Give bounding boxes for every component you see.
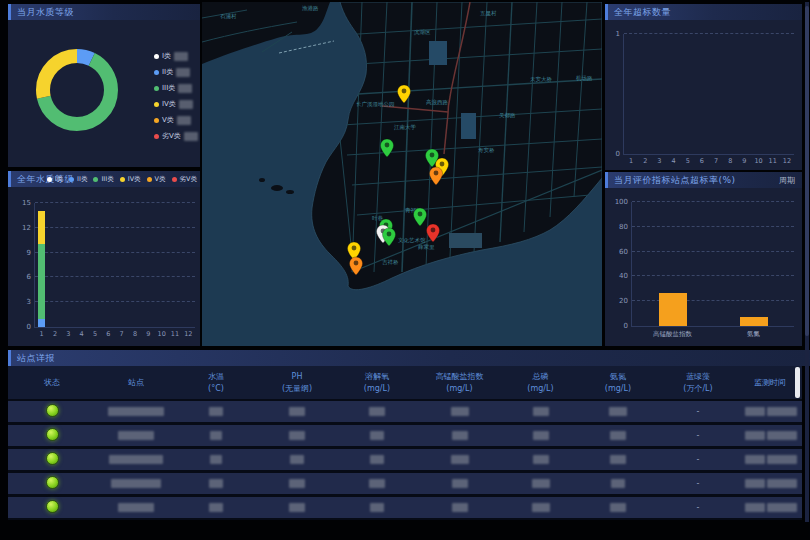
map-label: 寿安桥 bbox=[478, 147, 495, 153]
legend-dot-icon bbox=[154, 86, 159, 91]
page-scrollbar-thumb[interactable] bbox=[805, 6, 809, 336]
col-dissolved-oxygen: 溶解氧(mg/L) bbox=[338, 371, 416, 395]
dashboard: 当月水质等级 I类II类III类IV类V类劣V类 全年水质等级 I类II类III… bbox=[0, 0, 810, 540]
rate-bar-高锰酸盐指数[interactable] bbox=[659, 293, 687, 326]
legend-dot-icon bbox=[69, 177, 74, 182]
y-tick: 60 bbox=[610, 248, 628, 256]
bar-segment-IV类[interactable] bbox=[38, 211, 45, 244]
table-scrollbar-thumb[interactable] bbox=[795, 367, 800, 398]
y-tick: 100 bbox=[610, 198, 628, 206]
legend-item[interactable]: 劣V类 bbox=[172, 175, 197, 184]
y-tick: 1 bbox=[605, 30, 620, 38]
x-tick: 9 bbox=[737, 157, 751, 165]
x-tick: 8 bbox=[128, 330, 142, 338]
redacted-value bbox=[184, 132, 198, 141]
station-cell bbox=[96, 455, 176, 464]
map-canvas: 石浦村渔港路滨湖区五星村天安大桥机场路高浪西路长广溪湿地公园江南大学吴都路寿安桥… bbox=[202, 2, 602, 346]
legend-label: I类 bbox=[55, 175, 63, 184]
redacted-station bbox=[118, 431, 154, 440]
col-status: 状态 bbox=[8, 377, 96, 389]
legend-dot-icon bbox=[120, 177, 125, 182]
y-tick: 3 bbox=[13, 298, 31, 306]
redacted-value bbox=[174, 52, 188, 61]
gridline bbox=[632, 275, 794, 276]
redacted-value bbox=[370, 455, 384, 464]
bar-segment-III类[interactable] bbox=[38, 244, 45, 318]
time-cell bbox=[738, 431, 802, 440]
col-blue-green-algae: 蓝绿藻(万个/L) bbox=[658, 371, 738, 395]
legend-item[interactable]: IV类 bbox=[154, 99, 198, 109]
period-toggle[interactable]: 周期 bbox=[779, 175, 795, 186]
status-cell bbox=[8, 500, 96, 515]
value-cell bbox=[176, 407, 256, 416]
panel-title: 当月评价指标站点超标率(%) bbox=[614, 174, 736, 187]
legend-item[interactable]: II类 bbox=[154, 67, 198, 77]
legend-item[interactable]: II类 bbox=[69, 175, 87, 184]
redacted-value bbox=[369, 479, 385, 488]
map[interactable]: 石浦村渔港路滨湖区五星村天安大桥机场路高浪西路长广溪湿地公园江南大学吴都路寿安桥… bbox=[202, 2, 602, 346]
x-tick: 5 bbox=[681, 157, 695, 165]
legend-item[interactable]: I类 bbox=[154, 51, 198, 61]
redacted-time bbox=[745, 455, 765, 464]
value-cell bbox=[416, 455, 503, 464]
x-tick: 6 bbox=[101, 330, 115, 338]
redacted-time bbox=[745, 503, 765, 512]
table-row[interactable]: - bbox=[8, 449, 802, 470]
gridline bbox=[35, 276, 195, 277]
table-header-row: 状态站点水温(°C)PH(无量纲)溶解氧(mg/L)高锰酸盐指数(mg/L)总磷… bbox=[8, 366, 802, 399]
map-label: 文化艺术馆 bbox=[398, 237, 426, 244]
bar-legend: I类II类III类IV类V类劣V类 bbox=[47, 175, 197, 184]
x-tick: 2 bbox=[638, 157, 652, 165]
value-cell bbox=[578, 455, 658, 464]
redacted-value bbox=[179, 100, 193, 109]
legend-dot-icon bbox=[154, 134, 159, 139]
x-tick: 2 bbox=[48, 330, 62, 338]
station-table: 站点详报 状态站点水温(°C)PH(无量纲)溶解氧(mg/L)高锰酸盐指数(mg… bbox=[8, 350, 802, 520]
x-tick: 4 bbox=[75, 330, 89, 338]
algae-cell: - bbox=[658, 431, 738, 440]
legend-label: III类 bbox=[101, 175, 113, 184]
table-row[interactable]: - bbox=[8, 401, 802, 422]
legend-item[interactable]: V类 bbox=[147, 175, 166, 184]
x-tick: 10 bbox=[155, 330, 169, 338]
value-cell bbox=[503, 503, 578, 512]
legend-dot-icon bbox=[172, 177, 177, 182]
bar-segment-II类[interactable] bbox=[38, 319, 45, 327]
value-cell bbox=[578, 431, 658, 440]
table-row[interactable]: - bbox=[8, 425, 802, 446]
category-label: 高锰酸盐指数 bbox=[633, 330, 713, 339]
legend-item[interactable]: V类 bbox=[154, 115, 198, 125]
panel-month-quality: 当月水质等级 I类II类III类IV类V类劣V类 bbox=[8, 4, 200, 167]
table-row[interactable]: - bbox=[8, 497, 802, 518]
legend-item[interactable]: IV类 bbox=[120, 175, 141, 184]
redacted-value bbox=[289, 407, 305, 416]
legend-item[interactable]: I类 bbox=[47, 175, 63, 184]
value-cell bbox=[256, 479, 338, 488]
legend-label: 劣V类 bbox=[162, 131, 181, 141]
page-scrollbar[interactable] bbox=[805, 2, 809, 522]
x-tick: 8 bbox=[723, 157, 737, 165]
legend-item[interactable]: 劣V类 bbox=[154, 131, 198, 141]
status-indicator bbox=[46, 476, 59, 489]
gridline bbox=[624, 33, 794, 34]
gridline bbox=[35, 227, 195, 228]
panel-year-exceed-header: 全年超标数量 bbox=[605, 4, 802, 20]
legend-item[interactable]: III类 bbox=[154, 83, 198, 93]
y-tick: 20 bbox=[610, 297, 628, 305]
legend-item[interactable]: III类 bbox=[93, 175, 113, 184]
table-row[interactable]: - bbox=[8, 473, 802, 494]
redacted-value bbox=[610, 455, 626, 464]
redacted-value bbox=[609, 407, 627, 416]
legend-dot-icon bbox=[154, 102, 159, 107]
redacted-value bbox=[209, 503, 223, 512]
rate-bar-氨氮[interactable] bbox=[740, 317, 768, 326]
x-tick: 1 bbox=[624, 157, 638, 165]
time-cell bbox=[738, 479, 802, 488]
value-cell bbox=[256, 407, 338, 416]
legend-label: 劣V类 bbox=[180, 175, 197, 184]
x-tick: 11 bbox=[766, 157, 780, 165]
map-label: 高浪西路 bbox=[426, 99, 449, 106]
col-station: 站点 bbox=[96, 377, 176, 389]
x-tick: 12 bbox=[780, 157, 794, 165]
redacted-time bbox=[767, 431, 797, 440]
